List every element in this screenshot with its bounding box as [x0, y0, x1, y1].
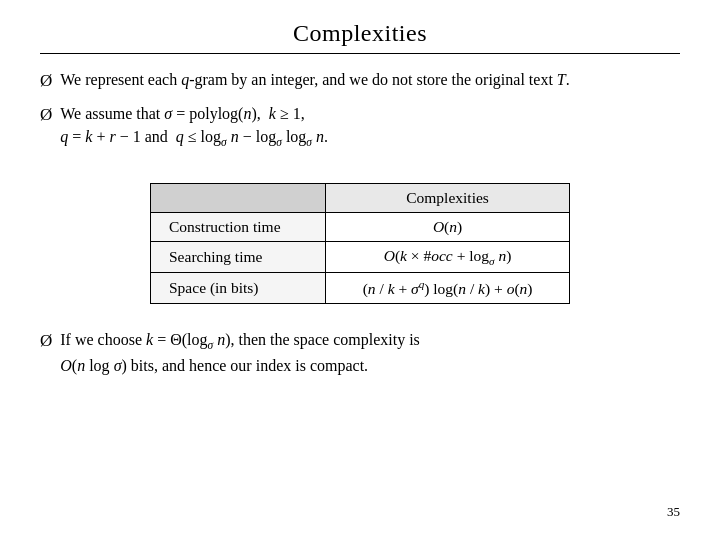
complexity-table-container: Complexities Construction time O(n) Sear…: [40, 183, 680, 304]
table-header-col1: [151, 183, 326, 212]
table-row: Searching time O(k × #occ + logσ n): [151, 241, 570, 272]
table-cell-complexity-3: (n / k + σq) log(n / k) + o(n): [326, 272, 570, 303]
table-cell-label-1: Construction time: [151, 212, 326, 241]
title-divider: [40, 53, 680, 54]
bottom-bullet-item: Ø If we choose k = Θ(logσ n), then the s…: [40, 328, 680, 377]
bottom-bullet-text: If we choose k = Θ(logσ n), then the spa…: [60, 328, 420, 377]
table-header-row: Complexities: [151, 183, 570, 212]
page-number: 35: [40, 498, 680, 520]
bullet-item-1: Ø We represent each q-gram by an integer…: [40, 68, 680, 94]
bottom-bullet-section: Ø If we choose k = Θ(logσ n), then the s…: [40, 328, 680, 385]
table-row: Construction time O(n): [151, 212, 570, 241]
table-header-col2: Complexities: [326, 183, 570, 212]
table-cell-label-3: Space (in bits): [151, 272, 326, 303]
bullet-text-2: We assume that σ = polylog(n), k ≥ 1, q …: [60, 102, 328, 151]
table-cell-label-2: Searching time: [151, 241, 326, 272]
bottom-bullet-arrow: Ø: [40, 329, 52, 377]
bullet-section: Ø We represent each q-gram by an integer…: [40, 68, 680, 159]
table-cell-complexity-1: O(n): [326, 212, 570, 241]
complexity-table: Complexities Construction time O(n) Sear…: [150, 183, 570, 304]
slide-container: Complexities Ø We represent each q-gram …: [0, 0, 720, 540]
bullet-item-2: Ø We assume that σ = polylog(n), k ≥ 1, …: [40, 102, 680, 151]
bullet-arrow-2: Ø: [40, 103, 52, 151]
table-cell-complexity-2: O(k × #occ + logσ n): [326, 241, 570, 272]
bullet-text-1: We represent each q-gram by an integer, …: [60, 68, 569, 94]
table-row: Space (in bits) (n / k + σq) log(n / k) …: [151, 272, 570, 303]
bullet-arrow-1: Ø: [40, 69, 52, 94]
slide-title: Complexities: [40, 20, 680, 47]
